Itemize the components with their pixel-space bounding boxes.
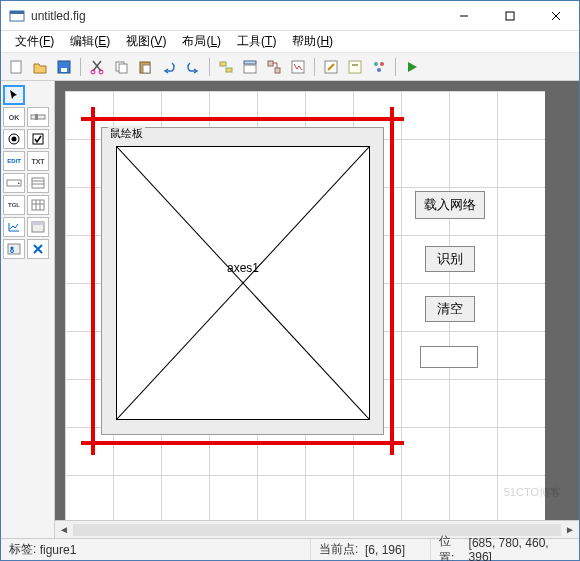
svg-rect-8 [61, 68, 67, 72]
svg-rect-23 [349, 61, 361, 73]
app-window: untitled.fig 文件(F) 编辑(E) 视图(V) 布局(L) 工具(… [0, 0, 580, 561]
tb-sep [395, 58, 396, 76]
svg-rect-14 [143, 65, 150, 73]
component-palette: OK EDIT TXT TGL [1, 81, 55, 538]
canvas-region[interactable]: 鼠绘板 axes1 载入网络 识别 清空 [55, 81, 579, 520]
app-icon [9, 8, 25, 24]
axes-label: axes1 [227, 261, 259, 275]
svg-rect-18 [244, 65, 256, 73]
figure-grid[interactable]: 鼠绘板 axes1 载入网络 识别 清空 [65, 91, 545, 520]
palette-text[interactable]: TXT [27, 151, 49, 171]
tb-run-icon[interactable] [401, 56, 423, 78]
tb-redo-icon[interactable] [182, 56, 204, 78]
svg-point-27 [377, 68, 381, 72]
palette-panel[interactable] [27, 217, 49, 237]
svg-rect-1 [10, 11, 24, 14]
menu-edit[interactable]: 编辑(E) [62, 33, 118, 50]
button-load-network[interactable]: 载入网络 [415, 191, 485, 219]
svg-rect-34 [32, 178, 44, 188]
svg-rect-19 [268, 61, 273, 66]
svg-point-26 [380, 62, 384, 66]
tb-sep [209, 58, 210, 76]
tb-editor-icon[interactable] [320, 56, 342, 78]
maximize-button[interactable] [487, 1, 533, 31]
svg-rect-37 [32, 200, 44, 210]
tb-browser-icon[interactable] [368, 56, 390, 78]
svg-rect-12 [119, 64, 127, 73]
statusbar: 标签: figure1 当前点: [6, 196] 位置: [685, 780,… [1, 538, 579, 560]
tb-new-icon[interactable] [5, 56, 27, 78]
menubar: 文件(F) 编辑(E) 视图(V) 布局(L) 工具(T) 帮助(H) [1, 31, 579, 53]
palette-toggle[interactable]: TGL [3, 195, 25, 215]
palette-popup[interactable] [3, 173, 25, 193]
svg-rect-15 [220, 62, 226, 66]
panel-title: 鼠绘板 [108, 126, 145, 141]
palette-table[interactable] [27, 195, 49, 215]
svg-rect-6 [11, 61, 21, 73]
menu-file[interactable]: 文件(F) [7, 33, 62, 50]
menu-layout[interactable]: 布局(L) [174, 33, 229, 50]
button-clear[interactable]: 清空 [425, 296, 475, 322]
palette-listbox[interactable] [27, 173, 49, 193]
tb-undo-icon[interactable] [158, 56, 180, 78]
tb-paste-icon[interactable] [134, 56, 156, 78]
toolbar [1, 53, 579, 81]
palette-edit[interactable]: EDIT [3, 151, 25, 171]
tb-sep [80, 58, 81, 76]
svg-rect-43 [8, 244, 20, 254]
svg-rect-16 [226, 68, 232, 72]
workarea: OK EDIT TXT TGL [1, 81, 579, 538]
svg-point-25 [374, 62, 378, 66]
axes1[interactable]: axes1 [116, 146, 370, 420]
palette-pushbutton[interactable]: OK [3, 107, 25, 127]
canvas-wrap: 鼠绘板 axes1 载入网络 识别 清空 [55, 81, 579, 538]
tb-sep [314, 58, 315, 76]
tb-cut-icon[interactable] [86, 56, 108, 78]
scroll-left-icon[interactable]: ◄ [55, 522, 73, 538]
palette-select-icon[interactable] [3, 85, 25, 105]
palette-activex[interactable] [27, 239, 49, 259]
svg-rect-42 [32, 222, 44, 225]
svg-rect-24 [352, 64, 358, 66]
tb-align-icon[interactable] [215, 56, 237, 78]
svg-rect-17 [244, 61, 256, 64]
panel-mousepad[interactable]: 鼠绘板 axes1 [101, 127, 384, 435]
scroll-track[interactable] [73, 524, 561, 536]
tb-copy-icon[interactable] [110, 56, 132, 78]
svg-rect-3 [506, 12, 514, 20]
tb-inspector-icon[interactable] [344, 56, 366, 78]
button-recognize[interactable]: 识别 [425, 246, 475, 272]
svg-rect-20 [275, 68, 280, 73]
window-title: untitled.fig [31, 9, 441, 23]
svg-rect-29 [35, 114, 38, 120]
menu-view[interactable]: 视图(V) [118, 33, 174, 50]
palette-axes[interactable] [3, 217, 25, 237]
menu-tools[interactable]: 工具(T) [229, 33, 284, 50]
palette-slider[interactable] [27, 107, 49, 127]
minimize-button[interactable] [441, 1, 487, 31]
status-current-point: 当前点: [6, 196] [311, 539, 431, 560]
tb-save-icon[interactable] [53, 56, 75, 78]
edit-result[interactable] [420, 346, 478, 368]
tb-menu-editor-icon[interactable] [239, 56, 261, 78]
status-tag: 标签: figure1 [1, 539, 311, 560]
palette-radio[interactable] [3, 129, 25, 149]
status-position: 位置: [685, 780, 460, 396] [431, 539, 579, 560]
palette-buttongroup[interactable] [3, 239, 25, 259]
svg-point-31 [12, 137, 17, 142]
svg-rect-32 [33, 134, 43, 144]
tb-toolbar-editor-icon[interactable] [287, 56, 309, 78]
tb-tab-order-icon[interactable] [263, 56, 285, 78]
titlebar: untitled.fig [1, 1, 579, 31]
close-button[interactable] [533, 1, 579, 31]
tb-open-icon[interactable] [29, 56, 51, 78]
palette-checkbox[interactable] [27, 129, 49, 149]
menu-help[interactable]: 帮助(H) [284, 33, 341, 50]
